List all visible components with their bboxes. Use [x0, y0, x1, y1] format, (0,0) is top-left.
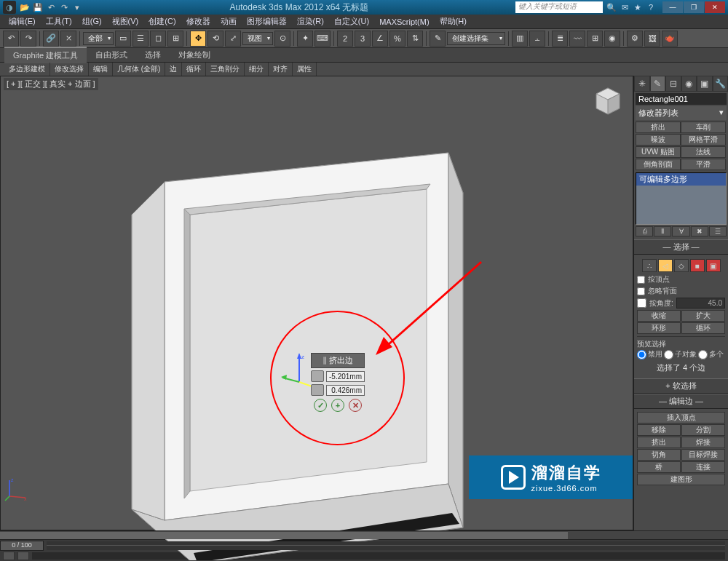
curve-editor-button[interactable]: 〰 [569, 31, 585, 47]
mod-btn-normal[interactable]: 法线 [681, 146, 726, 158]
create-tab-icon[interactable]: ✳ [634, 76, 650, 92]
material-editor-button[interactable]: ◉ [604, 31, 620, 47]
viewport[interactable]: [ + ][ 正交 ][ 真实 + 边面 ] z ‖ [0, 76, 633, 530]
extrude-width-input[interactable]: 0.426mm [326, 385, 365, 396]
track-toggle-icon[interactable] [3, 552, 15, 560]
mod-btn-meshsmooth[interactable]: 网格平滑 [681, 134, 726, 146]
modify-tab-icon[interactable]: ✎ [650, 76, 666, 92]
search-icon[interactable]: 🔍 [606, 1, 617, 13]
qat-dropdown-icon[interactable]: ▾ [71, 1, 83, 13]
ribbon-tab-object-paint[interactable]: 对象绘制 [170, 47, 219, 63]
polygon-level-icon[interactable]: ■ [690, 259, 705, 272]
pin-stack-icon[interactable]: ⎙ [636, 226, 653, 236]
menu-create[interactable]: 创建(C) [144, 15, 180, 28]
ribbon-subdiv[interactable]: 细分 [245, 63, 269, 76]
schematic-view-button[interactable]: ⊞ [587, 31, 603, 47]
stack-item-editable-poly[interactable]: 可编辑多边形 [636, 173, 726, 186]
select-move-button[interactable]: ✥ [190, 31, 206, 47]
qat-save-icon[interactable]: 💾 [32, 1, 44, 13]
ring-button[interactable]: 环形 [637, 322, 681, 334]
viewport-hscrollbar[interactable] [0, 530, 728, 539]
menu-group[interactable]: 组(G) [78, 15, 106, 28]
connect-button[interactable]: 连接 [681, 461, 725, 473]
make-unique-icon[interactable]: ∀ [672, 226, 689, 236]
caddy-ok-button[interactable]: ✓ [314, 399, 327, 412]
viewcube[interactable] [590, 84, 625, 119]
rollout-soft-sel-title[interactable]: + 软选择 [634, 378, 728, 394]
qat-undo-icon[interactable]: ↶ [45, 1, 57, 13]
edit-named-sel-button[interactable]: ✎ [430, 31, 446, 47]
rollout-edit-edges-title[interactable]: — 编辑边 — [634, 394, 728, 409]
remove-modifier-icon[interactable]: ✖ [691, 226, 708, 236]
preview-off-radio[interactable] [637, 350, 646, 359]
chamfer-button[interactable]: 切角 [637, 449, 681, 461]
rollout-selection-title[interactable]: — 选择 — [634, 239, 728, 255]
preview-multi-radio[interactable] [698, 350, 708, 359]
select-button[interactable]: ▭ [115, 31, 131, 47]
menu-rendering[interactable]: 渲染(R) [293, 15, 328, 28]
bridge-button[interactable]: 桥 [637, 461, 681, 473]
split-button[interactable]: 分割 [681, 424, 725, 436]
snap-toggle-2d[interactable]: 2 [337, 31, 353, 47]
filter-toggle-icon[interactable] [17, 552, 29, 560]
mirror-button[interactable]: ▥ [512, 31, 528, 47]
angle-spinner[interactable]: 45.0 [676, 298, 725, 309]
mod-btn-extrude[interactable]: 挤出 [636, 122, 681, 133]
undo-button[interactable]: ↶ [3, 31, 19, 47]
object-name-field[interactable]: Rectangle001 [636, 93, 727, 105]
ribbon-edit[interactable]: 编辑 [89, 63, 113, 76]
menu-modifiers[interactable]: 修改器 [182, 15, 215, 28]
hierarchy-tab-icon[interactable]: ⊟ [665, 76, 681, 92]
menu-help[interactable]: 帮助(H) [435, 15, 471, 28]
by-angle-checkbox[interactable] [637, 298, 646, 308]
percent-snap-button[interactable]: % [389, 31, 405, 47]
timeline-track[interactable] [47, 541, 725, 550]
viewport-label[interactable]: [ + ][ 正交 ][ 真实 + 边面 ] [4, 78, 98, 90]
preview-subobj-radio[interactable] [664, 350, 673, 359]
mod-btn-uvw[interactable]: UVW 贴图 [636, 146, 681, 158]
window-crossing-button[interactable]: ⊞ [167, 31, 183, 47]
ribbon-align[interactable]: 对齐 [269, 63, 293, 76]
menu-maxscript[interactable]: MAXScript(M) [375, 16, 433, 28]
by-vertex-checkbox[interactable] [637, 276, 645, 284]
menu-tools[interactable]: 工具(T) [41, 15, 76, 28]
ignore-backfacing-checkbox[interactable] [637, 287, 645, 295]
border-level-icon[interactable]: ◇ [674, 259, 689, 272]
align-button[interactable]: ⫠ [529, 31, 545, 47]
weld-button[interactable]: 焊接 [681, 437, 725, 448]
mod-btn-bevel-profile[interactable]: 倒角剖面 [636, 159, 681, 170]
angle-snap-button[interactable]: ∠ [372, 31, 388, 47]
link-button[interactable]: 🔗 [43, 31, 59, 47]
close-button[interactable]: ✕ [705, 1, 725, 13]
render-button[interactable]: 🫖 [662, 31, 678, 47]
ribbon-properties[interactable]: 属性 [293, 63, 317, 76]
grow-button[interactable]: 扩大 [681, 310, 725, 322]
ribbon-tab-graphite[interactable]: Graphite 建模工具 [4, 47, 87, 63]
select-by-name-button[interactable]: ☰ [132, 31, 149, 47]
mod-btn-lathe[interactable]: 车削 [681, 122, 726, 133]
selection-filter[interactable]: 全部 [83, 32, 114, 45]
extrude-button[interactable]: 挤出 [637, 437, 681, 448]
help-icon[interactable]: ? [645, 1, 657, 13]
motion-tab-icon[interactable]: ◉ [681, 76, 697, 92]
insert-vertex-button[interactable]: 插入顶点 [637, 412, 725, 423]
time-slider[interactable]: 0 / 100 [0, 539, 728, 551]
element-level-icon[interactable]: ▣ [706, 259, 721, 272]
spinner-snap-button[interactable]: ⇅ [407, 31, 423, 47]
ribbon-edges[interactable]: 边 [165, 63, 182, 76]
render-setup-button[interactable]: ⚙ [627, 31, 643, 47]
rendered-frame-button[interactable]: 🖼 [644, 31, 660, 47]
maximize-button[interactable]: ❐ [684, 1, 704, 13]
menu-animation[interactable]: 动画 [216, 15, 241, 28]
configure-sets-icon[interactable]: ☰ [709, 226, 727, 236]
select-rect-button[interactable]: ◻ [150, 31, 166, 47]
display-tab-icon[interactable]: ▣ [697, 76, 713, 92]
ribbon-modify-selection[interactable]: 修改选择 [50, 63, 89, 76]
utilities-tab-icon[interactable]: 🔧 [713, 76, 729, 92]
modifier-stack[interactable]: 可编辑多边形 [636, 172, 727, 225]
show-end-result-icon[interactable]: Ⅱ [654, 226, 671, 236]
manipulate-button[interactable]: ✦ [297, 31, 313, 47]
unlink-button[interactable]: ⤫ [60, 31, 76, 47]
extrude-height-input[interactable]: -5.201mm [326, 371, 365, 382]
favorites-icon[interactable]: ★ [632, 1, 644, 13]
